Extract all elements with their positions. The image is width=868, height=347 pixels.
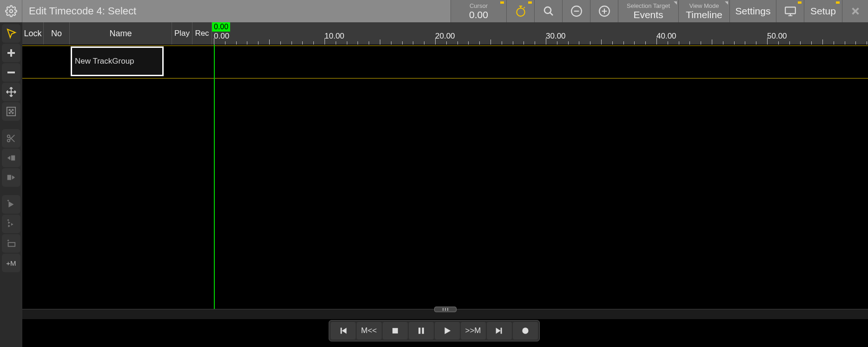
zoom-search-button[interactable] (534, 0, 562, 22)
column-name[interactable]: Name (70, 22, 172, 45)
insert-before-tool[interactable] (2, 149, 20, 167)
horizontal-scrollbar[interactable] (22, 309, 868, 319)
selection-target-dropdown[interactable]: Selection Target Events (618, 0, 678, 22)
add-event-tool[interactable] (2, 195, 20, 214)
stopwatch-toggle[interactable] (506, 0, 534, 22)
ruler-tick (535, 41, 535, 45)
track-group[interactable]: New TrackGroup (71, 46, 164, 76)
ruler-tick (446, 41, 447, 45)
insert-left-icon (6, 153, 16, 163)
play-button[interactable] (435, 322, 460, 340)
add-marker-tool[interactable]: +M (2, 254, 20, 272)
move-tool[interactable] (2, 83, 20, 101)
ruler-tick (302, 41, 303, 45)
cut-tool[interactable] (2, 129, 20, 148)
ruler-tick (845, 41, 845, 45)
ruler-tick (645, 41, 646, 45)
ruler-tick (590, 41, 590, 45)
next-marker-button[interactable]: >>M (461, 322, 486, 340)
ruler-tick (822, 39, 823, 45)
add-marker-label: +M (6, 259, 16, 267)
ruler-label: 10.00 (325, 32, 345, 41)
skip-end-icon (494, 326, 504, 336)
svg-point-1 (517, 8, 524, 16)
column-rec[interactable]: Rec (192, 22, 212, 45)
svg-point-2 (544, 7, 551, 13)
svg-rect-5 (785, 7, 795, 13)
view-mode-label: View Mode (689, 2, 719, 9)
monitor-button[interactable] (776, 0, 804, 22)
minus-icon (6, 67, 17, 78)
ruler-tick (336, 41, 336, 45)
svg-point-0 (9, 10, 13, 13)
events-plus-icon (6, 219, 16, 229)
scroll-grip[interactable] (434, 307, 457, 312)
column-no[interactable]: No (44, 22, 70, 45)
stop-icon (391, 326, 400, 335)
select-tool[interactable] (2, 24, 20, 43)
ruler-tick (490, 39, 491, 45)
ruler-tick (601, 39, 602, 45)
ruler-tick (280, 41, 281, 45)
gear-icon[interactable] (0, 0, 22, 22)
selection-target-label: Selection Target (627, 2, 670, 9)
ruler-tick (258, 41, 258, 45)
svg-point-7 (7, 135, 10, 138)
stop-button[interactable] (383, 322, 408, 340)
ruler-tick (811, 41, 812, 45)
ruler-tick (789, 41, 790, 45)
ruler-tick (424, 41, 424, 45)
time-ruler[interactable]: 0.00 0.0010.0020.0030.0040.0050.00 (212, 22, 868, 45)
remove-tool[interactable] (2, 63, 20, 82)
track-area[interactable]: New TrackGroup (22, 45, 868, 309)
skip-start-button[interactable] (331, 322, 356, 340)
prev-marker-button[interactable]: M<< (357, 322, 382, 340)
pause-button[interactable] (409, 322, 434, 340)
add-track-tool[interactable] (2, 234, 20, 253)
top-bar: Edit Timecode 4: Select Cursor 0.00 Sele… (0, 0, 868, 22)
ruler-tick (800, 41, 801, 45)
close-icon (850, 6, 861, 16)
add-tool[interactable] (2, 44, 20, 62)
left-toolbar: +M (0, 22, 22, 347)
ruler-label: 30.00 (546, 32, 566, 41)
ruler-tick (413, 41, 413, 45)
ruler-tick (568, 41, 569, 45)
zoom-in-button[interactable] (590, 0, 618, 22)
ruler-label: 50.00 (767, 32, 787, 41)
insert-after-tool[interactable] (2, 168, 20, 187)
monitor-icon (784, 6, 796, 16)
ruler-tick (656, 38, 657, 45)
record-button[interactable] (513, 322, 538, 340)
view-mode-dropdown[interactable]: View Mode Timeline (678, 0, 729, 22)
stopwatch-icon (515, 5, 527, 17)
ruler-tick (523, 41, 524, 45)
playhead[interactable] (214, 45, 215, 309)
next-marker-label: >>M (465, 326, 481, 335)
zoom-out-button[interactable] (562, 0, 590, 22)
setup-button[interactable]: Setup (804, 0, 842, 22)
ruler-tick (457, 41, 458, 45)
ruler-tick (380, 39, 380, 45)
ruler-tick (468, 41, 469, 45)
column-play[interactable]: Play (172, 22, 192, 45)
settings-button[interactable]: Settings (729, 0, 776, 22)
track-column-header: Lock No Name Play Rec 0.00 0.0010.0020.0… (22, 22, 868, 45)
ruler-tick (325, 38, 325, 45)
add-multi-event-tool[interactable] (2, 215, 20, 233)
close-button[interactable] (842, 0, 868, 22)
track-group-name: New TrackGroup (75, 57, 134, 66)
ruler-tick (579, 41, 579, 45)
ruler-label: 40.00 (656, 32, 676, 41)
ruler-tick (358, 41, 358, 45)
track-separator (22, 46, 868, 46)
skip-end-button[interactable] (487, 322, 512, 340)
cursor-readout[interactable]: Cursor 0.00 (451, 0, 506, 22)
resize-tool[interactable] (2, 102, 20, 121)
ruler-tick (557, 41, 557, 45)
column-lock[interactable]: Lock (22, 22, 44, 45)
insert-right-icon (6, 172, 16, 183)
svg-rect-13 (418, 327, 420, 334)
ruler-tick (513, 41, 513, 45)
setup-label: Setup (810, 6, 836, 17)
